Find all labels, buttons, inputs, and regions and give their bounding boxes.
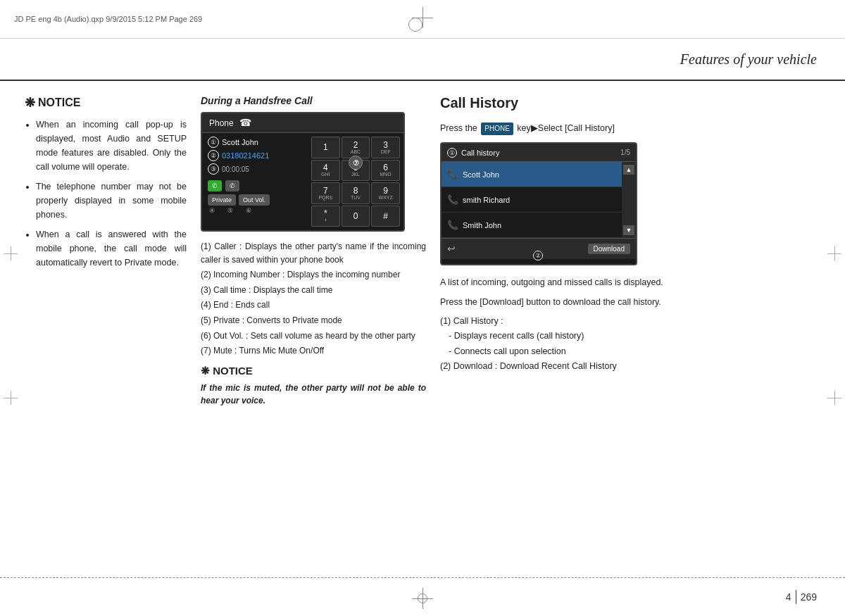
ch-download-button[interactable]: Download <box>588 244 630 254</box>
phone-body: ① Scott John ② 03180214621 ③ 00:00:05 <box>202 133 403 230</box>
footer-divider <box>796 590 796 604</box>
top-bar-text: JD PE eng 4b (Audio).qxp 9/9/2015 5:12 P… <box>14 15 202 23</box>
key-0[interactable]: 0 <box>342 206 370 227</box>
notice-list: When an incoming call pop-up is displaye… <box>25 118 187 270</box>
press-text-prefix: Press the <box>440 123 477 133</box>
page-footer: 4 269 <box>0 577 845 616</box>
right-column: Call History Press the PHONE key▶Select … <box>440 95 820 570</box>
footer-page: 269 <box>801 591 817 603</box>
point-sub-2: - Connects call upon selection <box>440 345 820 358</box>
key-star[interactable]: * + <box>311 206 340 227</box>
page-header: Features of your vehicle <box>0 39 845 81</box>
list-item: The telephone number may not be properly… <box>36 180 187 222</box>
top-crosshair-circle <box>408 18 423 32</box>
main-content: ❋ NOTICE When an incoming call pop-up is… <box>0 81 845 577</box>
list-item: (6) Out Vol. : Sets call volume as heard… <box>201 329 426 343</box>
key-2[interactable]: 2 ABC <box>342 137 370 158</box>
out-vol-button[interactable]: Out Vol. <box>239 194 270 206</box>
caller-name: Scott John <box>222 138 258 146</box>
reg-mark-left-top <box>4 246 18 260</box>
notice2-text: If the mic is muted, the other party wil… <box>201 382 426 407</box>
key-7[interactable]: 7 PQRS <box>311 182 340 204</box>
bottom-crosshair-circle <box>418 593 427 603</box>
ch-phone-icon-2: 📞 <box>447 194 458 206</box>
ch-list: 📞 Scott John 📞 smith Richard 📞 Smith Joh… <box>442 162 622 238</box>
call-time-row: ③ 00:00:05 <box>208 163 302 175</box>
notice-title: ❋ NOTICE <box>25 95 187 111</box>
reg-mark-left-bottom <box>4 391 18 405</box>
key-4[interactable]: 4 GHI <box>311 160 340 182</box>
point-item-2: (2) Download : Download Recent Call Hist… <box>440 360 820 373</box>
after-text-2: Press the [Download] button to download … <box>440 295 820 309</box>
phone-header: Phone ☎ <box>202 113 403 133</box>
press-text-suffix: key▶Select [Call History] <box>517 123 615 133</box>
phone-key-badge: PHONE <box>481 122 513 135</box>
after-text-1: A list of incoming, outgoing and missed … <box>440 275 820 289</box>
ch-header: ① Call history 1/5 <box>442 144 636 162</box>
ch-phone-icon-1: 📞 <box>447 169 458 180</box>
footer-chapter: 4 <box>786 591 791 603</box>
phone-keypad: 1 2 ABC 3 DEF 4 GHI <box>308 133 403 230</box>
point-sub-1: - Displays recent calls (call history) <box>440 329 820 343</box>
notice2-title: ❋ NOTICE <box>201 365 426 377</box>
call-time: 00:00:05 <box>222 165 249 173</box>
list-item: (3) Call time : Displays the call time <box>201 284 426 297</box>
phone-ui: Phone ☎ ① Scott John ② 03180214621 <box>201 112 405 232</box>
caller-name-row: ① Scott John <box>208 137 302 148</box>
caller-number: 03180214621 <box>222 151 269 160</box>
ch-page-indicator: 1/5 <box>620 149 630 156</box>
end-call-button[interactable]: ✆ <box>208 180 222 191</box>
ch-item-3[interactable]: 📞 Smith John <box>442 213 622 238</box>
ch-back-button[interactable]: ↩ <box>447 243 456 255</box>
key-hash[interactable]: # <box>371 206 400 227</box>
phone-left-panel: ① Scott John ② 03180214621 ③ 00:00:05 <box>202 133 308 230</box>
private-button[interactable]: Private <box>208 194 236 206</box>
list-item: (2) Incoming Number : Displays the incom… <box>201 268 426 282</box>
list-item: When a call is answered with the mobile … <box>36 227 187 270</box>
key-3[interactable]: 3 DEF <box>371 137 400 158</box>
call-button[interactable]: ✆ <box>225 180 239 191</box>
key-6[interactable]: 6 MNO <box>371 160 400 182</box>
list-item: (7) Mute : Turns Mic Mute On/Off <box>201 344 426 358</box>
call-history-title: Call History <box>440 95 820 111</box>
phone-buttons: ✆ ✆ <box>208 180 302 191</box>
ch-item-name-2: smith Richard <box>463 196 510 204</box>
ch-phone-icon-3: 📞 <box>447 220 458 231</box>
ch-item-name-1: Scott John <box>463 170 499 179</box>
ch-scrollbar: ▲ ▼ <box>622 162 636 238</box>
caller-badge-2: ② <box>208 150 219 161</box>
ch-item-2[interactable]: 📞 smith Richard <box>442 187 622 213</box>
middle-column: During a Handsfree Call Phone ☎ ① Scott … <box>201 95 426 570</box>
ch-scroll-up[interactable]: ▲ <box>623 165 634 175</box>
reg-mark-right-top <box>827 246 841 260</box>
list-item: When an incoming call pop-up is displaye… <box>36 118 187 174</box>
section-heading: During a Handsfree Call <box>201 95 426 106</box>
ch-header-text: Call history <box>461 149 620 157</box>
ch-scroll-down[interactable]: ▼ <box>623 225 634 235</box>
notice-label: NOTICE <box>38 96 80 109</box>
mute-badge-7: ⑦ <box>349 156 363 170</box>
ch-item-name-3: Smith John <box>463 221 501 230</box>
reg-mark-right-bottom <box>827 391 841 405</box>
call-history-ui: ① Call history 1/5 📞 Scott John 📞 smith … <box>440 142 637 265</box>
left-column: ❋ NOTICE When an incoming call pop-up is… <box>25 95 187 570</box>
list-item: (4) End : Ends call <box>201 298 426 312</box>
key-1[interactable]: 1 <box>311 137 340 158</box>
caller-badge-3: ③ <box>208 163 219 175</box>
press-phone-key-text: Press the PHONE key▶Select [Call History… <box>440 121 820 135</box>
page-title: Features of your vehicle <box>680 51 817 68</box>
ch-num-circle-2: ② <box>533 251 543 260</box>
caller-badge-1: ① <box>208 137 219 148</box>
ch-item-1[interactable]: 📞 Scott John <box>442 162 622 187</box>
notice-star-icon: ❋ <box>25 95 35 111</box>
key-8[interactable]: 8 TUV <box>342 182 370 204</box>
descriptions-list: (1) Caller : Displays the other party's … <box>201 240 426 358</box>
list-item: (1) Caller : Displays the other party's … <box>201 240 426 266</box>
ch-body: 📞 Scott John 📞 smith Richard 📞 Smith Joh… <box>442 162 636 238</box>
list-item: (5) Private : Converts to Private mode <box>201 314 426 327</box>
phone-header-text: Phone <box>209 118 234 128</box>
points-list: (1) Call History : - Displays recent cal… <box>440 315 820 374</box>
point-item-1: (1) Call History : <box>440 315 820 328</box>
key-9[interactable]: 9 WXYZ <box>371 182 400 204</box>
caller-number-row: ② 03180214621 <box>208 150 302 161</box>
